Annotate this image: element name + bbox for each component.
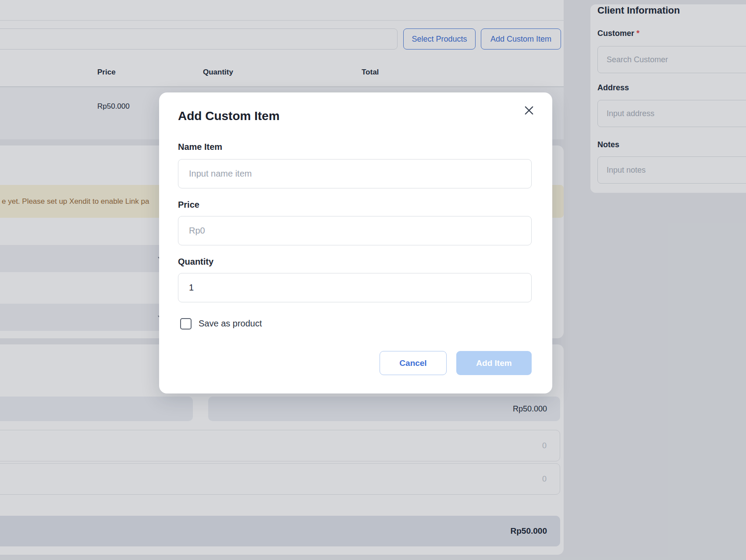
close-icon (523, 104, 535, 117)
quantity-label: Quantity (178, 257, 213, 267)
cancel-button[interactable]: Cancel (380, 351, 447, 375)
price-input[interactable] (178, 216, 532, 245)
quantity-input[interactable] (178, 273, 532, 302)
save-as-product-checkbox[interactable] (180, 318, 192, 330)
name-item-input[interactable] (178, 159, 532, 188)
add-item-button[interactable]: Add Item (456, 351, 532, 375)
price-label: Price (178, 200, 199, 210)
name-item-label: Name Item (178, 142, 222, 152)
close-button[interactable] (519, 101, 539, 120)
add-custom-item-modal: Add Custom Item Name Item Price Quantity… (159, 92, 552, 393)
save-as-product-label: Save as product (199, 319, 262, 329)
modal-title: Add Custom Item (178, 109, 280, 123)
